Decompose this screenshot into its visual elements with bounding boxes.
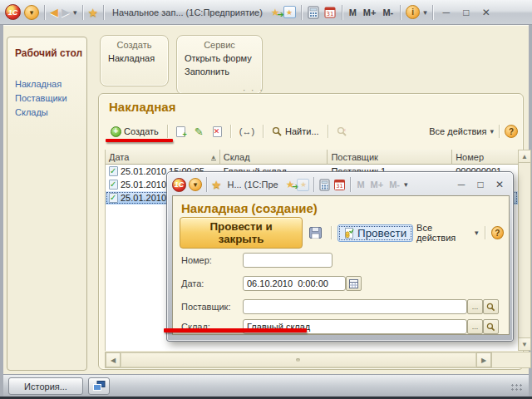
scroll-down-button[interactable]: ▼ [518,337,531,351]
column-label: Поставщик [331,152,377,162]
edit-button[interactable]: ✎ [191,124,207,140]
column-header-warehouse[interactable]: Склад [220,150,328,165]
1c-logo-icon[interactable]: 1С [172,178,186,192]
post-button-label: Провести [357,227,406,239]
supplier-search-button[interactable] [483,299,499,314]
dialog-close-button[interactable]: ✕ [491,179,508,190]
dialog-menu-button[interactable]: ▾ [189,178,202,191]
command-item-nakladnaya[interactable]: Накладная [101,50,168,63]
field-label-supplier: Поставщик: [181,302,230,312]
maximize-button[interactable]: □ [458,7,475,18]
all-actions-label: Все действия [429,126,486,136]
column-header-supplier[interactable]: Поставщик [328,150,452,165]
calculator-icon[interactable] [318,179,331,191]
open-favorites-icon[interactable]: ★ [283,6,296,18]
dialog-help-button[interactable]: ? [491,226,504,239]
scrollbar-thumb[interactable] [121,352,476,367]
horizontal-scrollbar[interactable]: ◀ ▶ [105,352,531,368]
favorites-star-icon[interactable]: ★ [88,6,99,19]
sidebar-item-sklady[interactable]: Склады [15,107,48,117]
copy-button[interactable]: + [173,125,189,139]
separator [350,177,351,192]
floppy-icon [309,227,322,239]
create-button[interactable]: + Создать [107,125,162,139]
add-to-favorites-icon[interactable]: ★➔ [271,7,280,18]
info-caret-icon[interactable]: ▾ [423,8,427,17]
caret-down-icon: ▾ [490,127,494,135]
1c-logo-icon[interactable]: 1С [5,4,21,20]
search-icon [486,303,495,312]
command-item-open-form[interactable]: Открыть форму [177,50,262,63]
help-button[interactable]: ? [505,125,518,138]
calendar-icon[interactable]: 31 [333,179,346,191]
nav-history-caret[interactable]: ▾ [73,8,77,17]
memory-m-button[interactable]: M [355,180,366,190]
delete-button[interactable]: ✕ [209,125,225,139]
date-picker-button[interactable] [346,276,362,291]
sort-asc-icon: ▴ [211,154,216,160]
calendar-icon[interactable]: 31 [323,6,337,19]
1c-enterprise-app: 1С ▾ ◀ ▶ ▾ ★ Начальное зап... (1С:Предпр… [0,0,532,399]
dialog-all-actions-button[interactable]: Все действия ▾ [416,223,479,243]
all-actions-button[interactable]: Все действия ▾ [429,126,494,136]
favorites-star-icon[interactable]: ★ [211,178,222,191]
dialog-maximize-button[interactable]: □ [472,179,489,190]
separator [328,125,328,138]
fit-width-button[interactable]: (↔) [236,125,258,138]
warehouse-select-button[interactable]: ... [467,319,483,334]
calendar-grid-icon [349,279,358,288]
post-button[interactable]: Провести [337,224,413,242]
separator [432,5,433,20]
sidebar-title: Рабочий стол [15,47,82,59]
find-button[interactable]: Найти... [268,125,323,139]
scroll-left-button[interactable]: ◀ [106,352,121,367]
calculator-icon[interactable] [307,6,320,19]
forward-button[interactable]: ▶ [62,6,70,18]
separator [313,177,314,192]
client-sessions-button[interactable] [88,377,110,395]
separator [167,125,168,138]
help-icon: ? [495,229,500,238]
clear-search-button[interactable]: x [333,125,351,139]
warehouse-search-button[interactable] [483,319,499,334]
green-arrow-icon: ➔ [277,10,283,19]
supplier-select-button[interactable]: ... [467,299,483,314]
close-button[interactable]: ✕ [478,7,495,18]
back-button[interactable]: ◀ [50,6,58,18]
command-item-fill[interactable]: Заполнить [177,63,262,76]
open-favorites-icon[interactable]: ★ [297,179,309,191]
command-group-title: Сервис [177,36,262,50]
memory-m-plus-button[interactable]: M+ [369,180,386,190]
add-to-favorites-icon[interactable]: ★➔ [286,179,295,190]
main-titlebar: 1С ▾ ◀ ▶ ▾ ★ Начальное зап... (1С:Предпр… [0,0,532,25]
column-header-date[interactable]: Дата ▴ [106,150,220,165]
caret-down-icon: ▾ [194,180,198,189]
memory-m-plus-button[interactable]: M+ [362,7,378,17]
titlebar-overflow-caret[interactable]: ▾ [404,180,408,189]
date-input[interactable] [243,276,346,291]
scroll-right-button[interactable]: ▶ [476,352,491,367]
main-menu-button[interactable]: ▾ [24,5,39,20]
dialog-titlebar: 1С ▾ ★ Н... (1С:Пре ★➔ ★ 31 M M+ M- ▾ ─ … [169,174,511,195]
help-icon: ? [509,127,514,136]
memory-m-minus-button[interactable]: M- [381,7,395,17]
scroll-up-button[interactable]: ▲ [518,150,531,163]
sidebar-item-postavshchiki[interactable]: Поставщики [15,93,67,103]
column-header-number[interactable]: Номер [452,150,518,165]
dialog-minimize-button[interactable]: ─ [453,179,470,190]
info-button[interactable]: i [406,5,420,19]
memory-m-minus-button[interactable]: M- [387,180,401,190]
minimize-button[interactable]: ─ [438,7,455,18]
post-and-close-button[interactable]: Провести и закрыть [180,217,303,249]
list-toolbar: + Создать + ✎ ✕ (↔) Найти... x Все дейст… [107,122,518,140]
resize-grip[interactable] [510,383,522,392]
memory-m-button[interactable]: M [347,7,358,17]
supplier-input[interactable] [243,299,467,314]
history-button[interactable]: История... [8,377,83,395]
save-button[interactable] [306,225,325,240]
sidebar-item-nakladnaya[interactable]: Накладная [15,79,62,89]
vertical-scrollbar[interactable]: ▲ ▼ [518,150,531,351]
scrollbar-spacer [491,352,530,367]
separator [342,5,342,20]
number-input[interactable] [243,253,332,268]
